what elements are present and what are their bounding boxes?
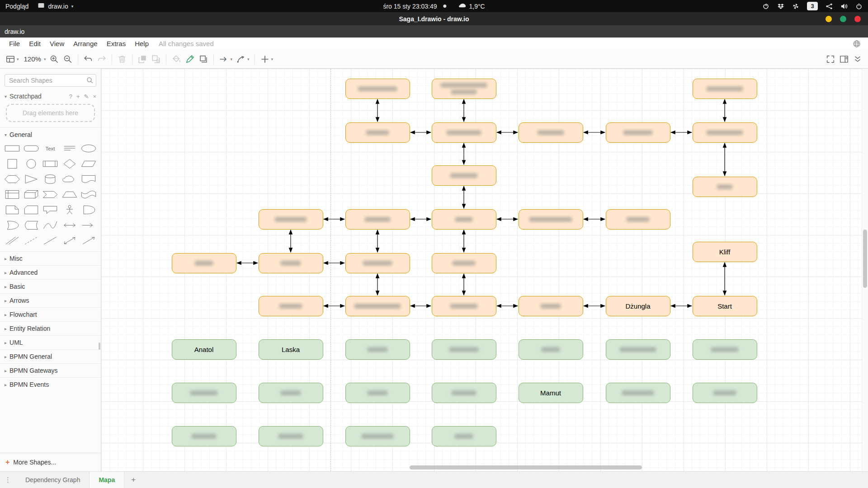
page-tab-dependency-graph[interactable]: Dependency Graph <box>16 472 89 488</box>
shape-and[interactable] <box>3 219 22 231</box>
shape-data-storage[interactable] <box>22 219 41 231</box>
diagram-node[interactable] <box>172 426 236 446</box>
diagram-node[interactable] <box>345 79 410 99</box>
shape-cloud[interactable] <box>60 173 79 185</box>
more-shapes-button[interactable]: + More Shapes... <box>0 453 101 471</box>
shape-text[interactable]: Text <box>41 142 60 155</box>
section-bpmn-gateways[interactable]: ▸BPMN Gateways <box>0 363 101 377</box>
diagram-node[interactable] <box>259 253 323 273</box>
collapse-button[interactable] <box>851 52 864 66</box>
scratchpad-help-icon[interactable]: ? <box>69 93 72 100</box>
shape-dashed-line[interactable] <box>22 235 41 247</box>
scratchpad-dropzone[interactable]: Drag elements here <box>6 104 95 122</box>
diagram-node[interactable] <box>606 209 670 230</box>
menu-view[interactable]: View <box>45 39 69 48</box>
shape-directional-connector[interactable] <box>79 235 98 247</box>
maximize-button[interactable] <box>840 16 846 22</box>
diagram-node[interactable] <box>432 122 496 143</box>
diagram-node[interactable] <box>693 383 757 403</box>
volume-icon[interactable] <box>840 3 848 10</box>
diagram-node[interactable] <box>606 339 670 360</box>
menu-file[interactable]: File <box>5 39 24 48</box>
shape-internal-storage[interactable] <box>3 188 22 201</box>
shape-or[interactable] <box>79 204 98 216</box>
shape-textbox[interactable] <box>60 142 79 155</box>
shape-hexagon[interactable] <box>3 173 22 185</box>
shape-bidirectional-arrow[interactable] <box>60 219 79 231</box>
search-icon[interactable] <box>86 77 93 85</box>
shape-circle[interactable] <box>22 158 41 170</box>
shape-document[interactable] <box>79 173 98 185</box>
diagram-node[interactable] <box>172 383 236 403</box>
scratchpad-header[interactable]: ▾ Scratchpad ? + ✎ × <box>0 90 101 102</box>
diagram-node[interactable] <box>259 296 323 316</box>
shape-card[interactable] <box>22 204 41 216</box>
window-titlebar[interactable]: Saga_I.drawio - draw.io <box>0 12 868 25</box>
workspace-indicator[interactable]: 3 <box>807 2 818 10</box>
diagram-node[interactable] <box>693 339 757 360</box>
shape-arrow[interactable] <box>79 219 98 231</box>
power-icon[interactable] <box>855 3 863 10</box>
shape-rounded-rectangle[interactable] <box>22 142 41 155</box>
shape-cylinder[interactable] <box>41 173 60 185</box>
shape-link[interactable] <box>3 235 22 247</box>
to-front-button[interactable] <box>136 52 149 66</box>
search-shapes-input[interactable] <box>5 74 96 87</box>
undo-button[interactable] <box>81 52 95 66</box>
add-page-button[interactable]: + <box>124 472 142 488</box>
diagram-node-start[interactable]: Start <box>693 296 757 316</box>
clock[interactable]: śro 15 sty 23:03:49 <box>383 3 446 10</box>
dropbox-icon[interactable] <box>777 3 784 10</box>
shape-curve[interactable] <box>41 219 60 231</box>
zoom-out-button[interactable] <box>61 52 75 66</box>
diagram-node[interactable] <box>432 426 496 446</box>
scratchpad-edit-icon[interactable]: ✎ <box>84 93 89 100</box>
shape-trapezoid[interactable] <box>60 188 79 201</box>
vertical-scrollbar[interactable] <box>862 69 868 471</box>
diagram-node[interactable] <box>519 209 583 230</box>
diagram-node[interactable] <box>345 122 410 143</box>
shape-tape[interactable] <box>79 188 98 201</box>
diagram-node[interactable] <box>345 426 410 446</box>
sidebar-resize-handle[interactable] <box>99 343 100 350</box>
shape-square[interactable] <box>3 158 22 170</box>
section-misc[interactable]: ▸Misc <box>0 251 101 265</box>
diagram-node[interactable] <box>432 79 496 99</box>
diagram-node[interactable] <box>259 383 323 403</box>
diagram-node-laska[interactable]: Laska <box>259 339 323 360</box>
menu-extras[interactable]: Extras <box>102 39 131 48</box>
vertical-scrollbar-thumb[interactable] <box>863 230 867 288</box>
diagram-node[interactable] <box>432 339 496 360</box>
diagram-node[interactable] <box>432 296 496 316</box>
shape-diamond[interactable] <box>60 158 79 170</box>
section-basic[interactable]: ▸Basic <box>0 279 101 293</box>
close-button[interactable] <box>854 16 861 22</box>
delete-button[interactable] <box>115 52 129 66</box>
diagram-node[interactable] <box>345 383 410 403</box>
minimize-button[interactable] <box>826 16 832 22</box>
weather-applet[interactable]: 1,9°C <box>458 2 485 10</box>
diagram-node[interactable] <box>519 296 583 316</box>
shape-rectangle[interactable] <box>3 142 22 155</box>
menu-arrange[interactable]: Arrange <box>69 39 102 48</box>
waypoints-button[interactable]: ▾ <box>234 52 251 66</box>
pinwheel-icon[interactable] <box>792 3 799 10</box>
diagram-node[interactable] <box>345 253 410 273</box>
shape-process[interactable] <box>41 158 60 170</box>
diagram-node[interactable] <box>259 426 323 446</box>
shape-callout[interactable] <box>41 204 60 216</box>
diagram-node[interactable] <box>519 339 583 360</box>
diagram-node-mamut[interactable]: Mamut <box>519 383 583 403</box>
shape-note[interactable] <box>3 204 22 216</box>
redo-button[interactable] <box>95 52 108 66</box>
section-uml[interactable]: ▸UML <box>0 335 101 349</box>
diagram-node-kliff[interactable]: Kliff <box>693 242 757 262</box>
diagram-node[interactable] <box>432 209 496 230</box>
diagram-node[interactable] <box>259 209 323 230</box>
shape-cube[interactable] <box>22 188 41 201</box>
diagram-node[interactable] <box>693 177 757 197</box>
diagram-node-anatol[interactable]: Anatol <box>172 339 236 360</box>
sharing-icon[interactable] <box>826 3 833 10</box>
shadow-button[interactable] <box>197 52 210 66</box>
shape-parallelogram[interactable] <box>79 158 98 170</box>
